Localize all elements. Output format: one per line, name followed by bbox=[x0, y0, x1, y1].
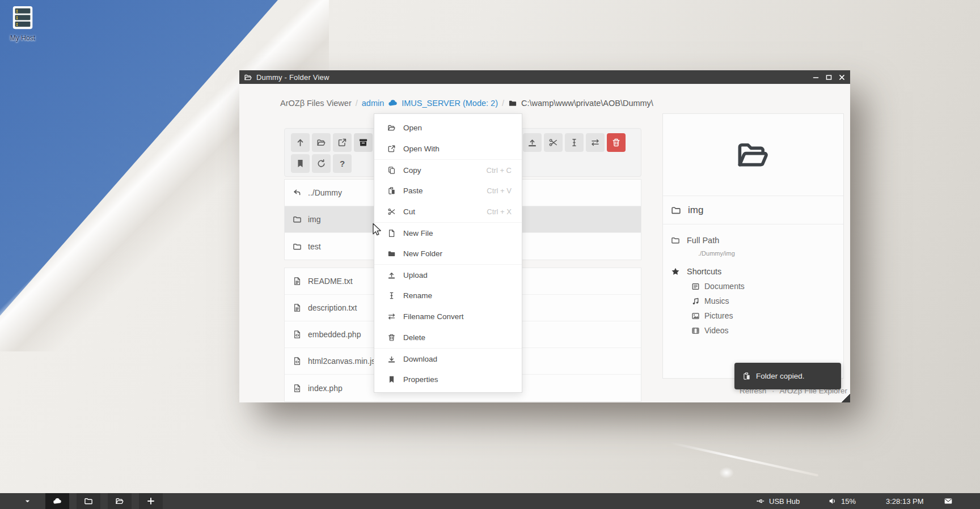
external-link-icon bbox=[337, 138, 347, 147]
properties-button[interactable] bbox=[291, 154, 310, 173]
cloud-icon bbox=[388, 98, 398, 108]
scissors-icon bbox=[387, 207, 396, 216]
menu-item-copy[interactable]: CopyCtrl + C bbox=[374, 159, 522, 180]
filename-convert-button[interactable] bbox=[586, 133, 605, 152]
folder-filled-icon bbox=[387, 249, 396, 258]
go-up-button[interactable] bbox=[291, 133, 310, 152]
delete-button[interactable] bbox=[607, 133, 626, 152]
menu-item-filename-convert[interactable]: Filename Convert bbox=[374, 306, 522, 327]
archive-button[interactable] bbox=[354, 133, 373, 152]
external-link-icon bbox=[387, 145, 396, 153]
shortcut-musics[interactable]: Musics bbox=[691, 296, 843, 306]
tray-clock[interactable]: 3:28:13 PM bbox=[886, 493, 924, 509]
menu-item-new-folder[interactable]: New Folder bbox=[374, 243, 522, 264]
ibeam-icon bbox=[569, 138, 579, 147]
breadcrumb-server-link[interactable]: IMUS_SERVER (Mode: 2) bbox=[402, 99, 498, 108]
folder-view-window: Dummy - Folder View ArOZβ Files Viewer /… bbox=[239, 70, 850, 402]
paste-icon bbox=[387, 186, 396, 195]
picture-icon bbox=[691, 312, 700, 320]
breadcrumb-user-link[interactable]: admin bbox=[362, 99, 385, 108]
shortcut-pictures[interactable]: Pictures bbox=[691, 311, 843, 320]
open-button[interactable] bbox=[312, 133, 331, 152]
text-file-icon bbox=[293, 277, 302, 286]
menu-item-download[interactable]: Download bbox=[374, 348, 522, 369]
tray-volume[interactable]: 15% bbox=[828, 493, 856, 509]
breadcrumb-app: ArOZβ Files Viewer bbox=[280, 99, 352, 108]
caret-down-icon bbox=[24, 498, 31, 505]
plus-icon bbox=[146, 497, 155, 506]
taskbar-dock bbox=[45, 493, 163, 509]
folder-icon bbox=[84, 497, 93, 506]
desktop-icon-my-host[interactable]: My Host bbox=[6, 5, 40, 42]
folder-filled-icon bbox=[508, 99, 517, 108]
speaker-icon bbox=[828, 497, 837, 506]
code-file-icon bbox=[293, 357, 302, 366]
toast-notification: Folder copied. bbox=[734, 363, 841, 389]
folder-open-icon bbox=[735, 137, 771, 173]
help-button[interactable]: ? bbox=[333, 154, 352, 173]
minimize-button[interactable] bbox=[812, 74, 820, 81]
shortcuts-row: Shortcuts bbox=[663, 267, 843, 276]
shortcut-videos[interactable]: Videos bbox=[691, 326, 843, 335]
cloud-icon bbox=[53, 497, 62, 506]
documents-icon bbox=[691, 282, 700, 291]
taskbar-menu-caret[interactable] bbox=[20, 493, 34, 509]
window-titlebar[interactable]: Dummy - Folder View bbox=[239, 70, 850, 84]
menu-item-open-with[interactable]: Open With bbox=[374, 138, 522, 159]
dock-add-button[interactable] bbox=[139, 493, 163, 509]
paste-icon bbox=[742, 372, 751, 380]
open-with-button[interactable] bbox=[333, 133, 352, 152]
tray-usb-hub[interactable]: USB Hub bbox=[756, 493, 800, 509]
menu-item-upload[interactable]: Upload bbox=[374, 264, 522, 285]
menu-item-cut[interactable]: CutCtrl + X bbox=[374, 201, 522, 222]
dock-folder-app[interactable] bbox=[77, 493, 100, 509]
rename-button[interactable] bbox=[565, 133, 584, 152]
dock-cloud-app[interactable] bbox=[45, 493, 69, 509]
refresh-button[interactable] bbox=[312, 154, 331, 173]
bookmark-icon bbox=[295, 159, 305, 168]
code-file-icon bbox=[293, 330, 302, 339]
desktop: My Host Dummy - Folder View ArOZβ Files … bbox=[0, 0, 980, 509]
folder-open-icon bbox=[387, 124, 396, 132]
desktop-icon-label: My Host bbox=[6, 34, 40, 42]
shortcut-documents[interactable]: Documents bbox=[691, 282, 843, 291]
menu-item-properties[interactable]: Properties bbox=[374, 369, 522, 390]
server-icon bbox=[10, 5, 36, 31]
copy-icon bbox=[387, 166, 396, 175]
folder-icon bbox=[671, 205, 681, 215]
detail-panel: img Full Path ./Dummy/img Shortcuts Docu… bbox=[662, 113, 844, 379]
menu-item-paste[interactable]: PasteCtrl + V bbox=[374, 180, 522, 201]
window-title: Dummy - Folder View bbox=[256, 73, 330, 82]
maximize-button[interactable] bbox=[825, 74, 833, 81]
dock-folder-open-app[interactable] bbox=[108, 493, 132, 509]
menu-item-new-file[interactable]: New File bbox=[374, 222, 522, 243]
breadcrumb-path: C:\wamp\www\private\AOB\Dummy\ bbox=[521, 99, 653, 108]
folder-open-icon bbox=[115, 497, 124, 506]
close-button[interactable] bbox=[838, 74, 846, 81]
tray-mail[interactable] bbox=[944, 493, 953, 509]
menu-item-rename[interactable]: Rename bbox=[374, 285, 522, 306]
cut-button[interactable] bbox=[544, 133, 563, 152]
folder-open-icon bbox=[244, 73, 252, 82]
menu-item-open[interactable]: Open bbox=[374, 117, 522, 138]
usb-icon bbox=[756, 497, 765, 506]
folder-open-icon bbox=[316, 138, 326, 147]
text-file-icon bbox=[293, 303, 302, 312]
breadcrumb: ArOZβ Files Viewer / admin IMUS_SERVER (… bbox=[280, 98, 653, 108]
exchange-icon bbox=[387, 312, 396, 321]
folder-icon bbox=[293, 215, 302, 224]
bookmark-icon bbox=[387, 375, 396, 384]
taskbar: USB Hub 15% 3:28:13 PM bbox=[0, 493, 980, 509]
upload-icon bbox=[387, 271, 396, 279]
exchange-icon bbox=[590, 138, 600, 147]
upload-button[interactable] bbox=[523, 133, 542, 152]
archive-icon bbox=[358, 138, 368, 147]
back-arrow-icon bbox=[293, 188, 302, 197]
desktop-wallpaper-contrail bbox=[670, 442, 819, 477]
folder-icon bbox=[293, 242, 302, 251]
menu-item-delete[interactable]: Delete bbox=[374, 327, 522, 348]
trash-icon bbox=[611, 138, 621, 147]
envelope-icon bbox=[944, 497, 953, 506]
ibeam-icon bbox=[387, 291, 396, 300]
download-icon bbox=[387, 355, 396, 363]
